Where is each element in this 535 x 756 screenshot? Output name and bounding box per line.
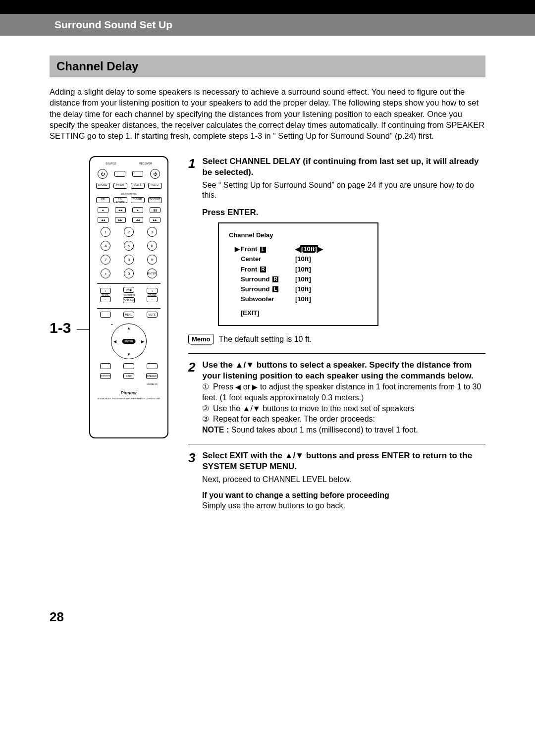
step-callout-label: 1-3 — [50, 320, 71, 336]
digital-nr-label: DIGITAL NR — [94, 383, 158, 385]
midnight-button: MIDNIGHT — [100, 373, 111, 379]
num-7: 7 — [101, 255, 110, 265]
src-vcr1: VCR 1 — [131, 183, 145, 189]
step-3-change-head: If you want to change a setting before p… — [202, 491, 389, 499]
step-3-body: Next, proceed to CHANNEL LEVEL below. — [202, 475, 485, 485]
remote-source-label: SOURCE — [106, 162, 116, 165]
multi-jog-button — [114, 171, 125, 177]
s2s1a: Press — [213, 382, 235, 391]
step-divider-2 — [188, 444, 485, 444]
step-2-number: 2 — [188, 360, 200, 375]
memo-text: The default setting is 10 ft. — [219, 335, 312, 344]
transport-a: ◀◀ — [98, 217, 108, 223]
osd-value-text: [10ft] — [295, 266, 311, 273]
osd-row-label: Surround R — [241, 274, 295, 284]
num-6: 6 — [147, 241, 157, 251]
step-1-body: See “ Setting Up for Surround Sound” on … — [202, 180, 485, 201]
step-3-number: 3 — [188, 450, 200, 466]
s2s2: Use the ▲/▼ buttons to move to the next … — [213, 404, 414, 413]
osd-row: Surround R[10ft] — [235, 274, 368, 284]
dpad-left-icon: ◀ — [113, 339, 116, 344]
transport-d: ▶▶ — [150, 217, 160, 223]
left-arrow-icon: ◀ — [235, 383, 241, 391]
vol-down: − — [147, 296, 158, 302]
osd-value-text: [10ft] — [295, 255, 311, 263]
tv-power: TV ⏻ — [123, 287, 134, 293]
s2s3: Repeat for each speaker. The order proce… — [213, 415, 375, 423]
step-1-number: 1 — [188, 156, 200, 171]
osd-row-pointer-icon: ▶ — [235, 244, 241, 254]
transport-c: ◀◀ — [132, 217, 143, 223]
transport-play: ▶ — [132, 207, 143, 213]
header-title: Surround Sound Set Up — [54, 19, 172, 30]
header-bar: Surround Sound Set Up — [0, 14, 535, 36]
num-2: 2 — [124, 227, 134, 237]
circled-2-icon: ② — [202, 403, 213, 414]
tvcontrol-label: TV CONTROL — [122, 294, 135, 296]
note-text: Sound takes about 1 ms (millisecond) to … — [229, 426, 418, 434]
num-4: 4 — [101, 241, 110, 251]
s2s1b: or — [241, 382, 252, 391]
osd-channel-tag-icon: R — [272, 276, 278, 282]
osd-row-label: Surround L — [241, 284, 295, 294]
mute-button: MUTE — [147, 312, 158, 318]
remote-receiver-label: RECEIVER — [139, 162, 152, 165]
osd-value-text: [10ft] — [300, 245, 318, 253]
vol-up: + — [147, 288, 158, 294]
osd-title: Channel Delay — [229, 230, 368, 240]
osd-channel-tag-icon: L — [260, 247, 266, 253]
num-3: 3 — [147, 227, 157, 237]
remote-small-a — [100, 312, 111, 318]
osd-left-arrow-icon: ◀ — [295, 245, 300, 253]
step-1: 1 Select CHANNEL DELAY (if continuing fr… — [188, 156, 485, 344]
step-2-sub2: ②Use the ▲/▼ buttons to move to the next… — [202, 403, 485, 414]
osd-row-pointer-icon — [235, 254, 241, 264]
transport-prev: ◀◀ — [115, 207, 126, 213]
osd-row-pointer-icon — [235, 284, 241, 294]
num-8: 8 — [124, 255, 134, 265]
transport-stop: ■ — [98, 207, 108, 213]
remote-subtitle: DIGITAL MULTI-PROCESSING AMPLIFIER REMOT… — [94, 397, 163, 400]
memo-badge: Memo — [188, 334, 214, 344]
num-5: 5 — [124, 241, 134, 251]
transport-pause: ❚❚ — [150, 207, 160, 213]
circled-3-icon: ③ — [202, 414, 213, 425]
dpad-right-icon: ▶ — [141, 339, 144, 344]
press-enter-label: Press ENTER. — [202, 208, 485, 217]
power-source-button: ⏻ — [98, 169, 107, 179]
osd-channel-delay: Channel Delay ▶Front L◀[10ft]▶Center[10f… — [218, 222, 378, 326]
step-divider-1 — [188, 353, 485, 354]
remote-small-d — [147, 363, 158, 369]
enter-small: ENTER — [147, 269, 157, 278]
footer: 28 — [0, 609, 535, 645]
memo-row: Memo The default setting is 10 ft. — [188, 334, 485, 344]
osd-value-text: [10ft] — [295, 285, 311, 293]
osd-row: Surround L[10ft] — [235, 284, 368, 294]
stereo-button: STEREO — [146, 373, 158, 379]
step-2-heading: Use the ▲/▼ buttons to select a speaker.… — [202, 360, 484, 381]
osd-row-value: [10ft] — [295, 294, 311, 304]
src-tvsat: TV/SAT — [113, 183, 127, 189]
osd-row-label: Center — [241, 254, 295, 264]
input-button — [132, 171, 143, 177]
osd-row-value: [10ft] — [295, 274, 311, 284]
note-label: NOTE : — [202, 426, 229, 434]
menu-button: MENU — [123, 312, 134, 318]
src-tuner: TUNER — [131, 197, 145, 203]
intro-paragraph: Adding a slight delay to some speakers i… — [50, 86, 485, 141]
remote-small-b — [100, 363, 111, 369]
step-2: 2 Use the ▲/▼ buttons to select a speake… — [188, 360, 485, 435]
step-3-change-body: Simply use the arrow buttons to go back. — [202, 501, 345, 510]
page: Surround Sound Set Up Channel Delay Addi… — [0, 0, 535, 645]
num-0: 0 — [124, 269, 134, 278]
multi-control-label: MULTI CONTROL — [94, 193, 163, 195]
dpad-ring: ENTER ▲ ▼ ◀ ▶ — [111, 324, 147, 359]
step-3-change: If you want to change a setting before p… — [202, 490, 485, 511]
osd-row-pointer-icon — [235, 274, 241, 284]
osd-value-text: [10ft] — [295, 275, 311, 283]
remote-small-c — [123, 363, 134, 369]
step-3: 3 Select EXIT with the ▲/▼ buttons and p… — [188, 450, 485, 511]
osd-rows: ▶Front L◀[10ft]▶Center[10ft]Front R[10ft… — [229, 244, 368, 304]
osd-exit: [EXIT] — [241, 308, 368, 318]
dot-button: • — [101, 269, 110, 278]
